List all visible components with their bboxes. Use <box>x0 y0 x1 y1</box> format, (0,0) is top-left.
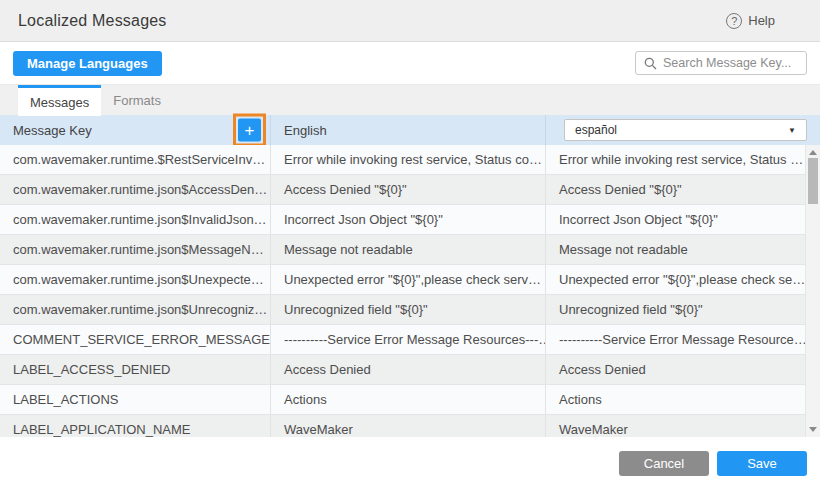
table-row: com.wavemaker.runtime.json$MessageN…Mess… <box>0 235 820 265</box>
tab-messages[interactable]: Messages <box>18 85 101 116</box>
messages-table-body: com.wavemaker.runtime.$RestServiceInv…Er… <box>0 145 820 437</box>
messages-grid: Message Key + English español ▼ com.wave… <box>0 115 820 437</box>
grid-header: Message Key + English español ▼ <box>0 115 820 145</box>
table-row: com.wavemaker.runtime.$RestServiceInv…Er… <box>0 145 820 175</box>
language-select[interactable]: español ▼ <box>564 119 807 141</box>
table-rows: com.wavemaker.runtime.$RestServiceInv…Er… <box>0 145 820 437</box>
cell-spanish[interactable]: Unexpected error "${0}",please check se… <box>545 265 820 294</box>
cell-key[interactable]: com.wavemaker.runtime.json$InvalidJson… <box>0 205 270 234</box>
language-select-value: español <box>575 123 617 137</box>
cell-english[interactable]: Unrecognized field "${0}" <box>270 295 545 324</box>
cell-english[interactable]: WaveMaker <box>270 415 545 437</box>
scroll-down-icon[interactable] <box>809 427 817 432</box>
help-icon: ? <box>726 13 742 29</box>
dialog-titlebar: Localized Messages ? Help <box>0 0 820 42</box>
message-key-header-label: Message Key <box>13 123 92 138</box>
tab-formats[interactable]: Formats <box>101 85 173 116</box>
help-label: Help <box>748 13 775 28</box>
table-row: com.wavemaker.runtime.json$InvalidJson…I… <box>0 205 820 235</box>
table-row: LABEL_APPLICATION_NAMEWaveMakerWaveMaker <box>0 415 820 437</box>
dialog-footer: Cancel Save <box>0 437 820 490</box>
cell-spanish[interactable]: Access Denied <box>545 355 820 384</box>
chevron-down-icon: ▼ <box>788 126 796 135</box>
vertical-scrollbar[interactable] <box>805 145 820 437</box>
scrollbar-thumb[interactable] <box>808 158 818 204</box>
table-row: COMMENT_SERVICE_ERROR_MESSAGES----------… <box>0 325 820 355</box>
cell-key[interactable]: LABEL_ACCESS_DENIED <box>0 355 270 384</box>
save-button[interactable]: Save <box>717 451 807 476</box>
localized-messages-dialog: Localized Messages ? Help Manage Languag… <box>0 0 820 490</box>
cell-english[interactable]: Message not readable <box>270 235 545 264</box>
cell-english[interactable]: Access Denied "${0}" <box>270 175 545 204</box>
cell-spanish[interactable]: WaveMaker <box>545 415 820 437</box>
cell-key[interactable]: LABEL_APPLICATION_NAME <box>0 415 270 437</box>
cell-spanish[interactable]: Incorrect Json Object "${0}" <box>545 205 820 234</box>
help-link[interactable]: ? Help <box>726 13 775 29</box>
cell-english[interactable]: Access Denied <box>270 355 545 384</box>
scroll-up-icon[interactable] <box>809 150 817 155</box>
cell-key[interactable]: LABEL_ACTIONS <box>0 385 270 414</box>
cell-key[interactable]: COMMENT_SERVICE_ERROR_MESSAGES <box>0 325 270 354</box>
cell-key[interactable]: com.wavemaker.runtime.json$AccessDen… <box>0 175 270 204</box>
cell-english[interactable]: Actions <box>270 385 545 414</box>
add-message-button[interactable]: + <box>238 119 261 142</box>
cell-spanish[interactable]: Message not readable <box>545 235 820 264</box>
cell-key[interactable]: com.wavemaker.runtime.json$Unexpecte… <box>0 265 270 294</box>
cell-spanish[interactable]: Unrecognized field "${0}" <box>545 295 820 324</box>
cell-english[interactable]: ----------Service Error Message Resource… <box>270 325 545 354</box>
add-button-highlight: + <box>233 114 266 147</box>
tabstrip: Messages Formats <box>0 84 820 115</box>
table-row: com.wavemaker.runtime.json$Unexpecte…Une… <box>0 265 820 295</box>
search-box[interactable] <box>635 51 807 75</box>
table-row: LABEL_ACTIONSActionsActions <box>0 385 820 415</box>
table-row: com.wavemaker.runtime.json$Unrecogniz…Un… <box>0 295 820 325</box>
cell-spanish[interactable]: Error while invoking rest service, Statu… <box>545 145 820 174</box>
table-row: LABEL_ACCESS_DENIEDAccess DeniedAccess D… <box>0 355 820 385</box>
cell-key[interactable]: com.wavemaker.runtime.json$Unrecogniz… <box>0 295 270 324</box>
search-input[interactable] <box>663 56 798 70</box>
toolbar: Manage Languages <box>0 42 820 84</box>
cell-spanish[interactable]: Actions <box>545 385 820 414</box>
column-header-language: español ▼ <box>545 115 820 145</box>
column-header-english: English <box>270 115 545 145</box>
cell-english[interactable]: Incorrect Json Object "${0}" <box>270 205 545 234</box>
column-header-message-key: Message Key + <box>0 115 270 145</box>
cell-english[interactable]: Unexpected error "${0}",please check ser… <box>270 265 545 294</box>
cell-key[interactable]: com.wavemaker.runtime.json$MessageN… <box>0 235 270 264</box>
cell-spanish[interactable]: Access Denied "${0}" <box>545 175 820 204</box>
cell-english[interactable]: Error while invoking rest service, Statu… <box>270 145 545 174</box>
cell-spanish[interactable]: ----------Service Error Message Resource… <box>545 325 820 354</box>
page-title: Localized Messages <box>18 12 167 30</box>
cancel-button[interactable]: Cancel <box>619 451 709 476</box>
cell-key[interactable]: com.wavemaker.runtime.$RestServiceInv… <box>0 145 270 174</box>
table-row: com.wavemaker.runtime.json$AccessDen…Acc… <box>0 175 820 205</box>
manage-languages-button[interactable]: Manage Languages <box>13 51 162 76</box>
search-icon <box>644 57 657 70</box>
